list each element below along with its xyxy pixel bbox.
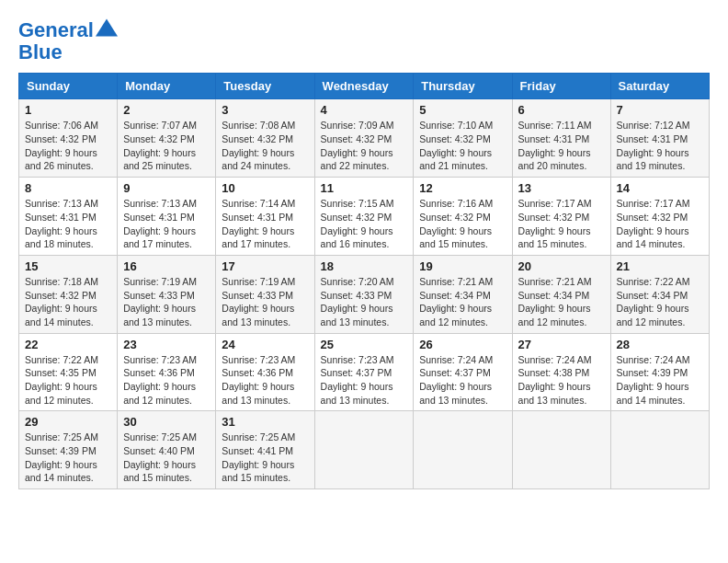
day-info: Sunrise: 7:24 AMSunset: 4:39 PMDaylight:… [617, 353, 703, 408]
week-row-4: 22Sunrise: 7:22 AMSunset: 4:35 PMDayligh… [19, 333, 710, 411]
day-info: Sunrise: 7:25 AMSunset: 4:40 PMDaylight:… [123, 431, 210, 485]
header-day-monday: Monday [118, 74, 216, 99]
day-info: Sunrise: 7:06 AMSunset: 4:32 PMDaylight:… [25, 119, 111, 173]
day-info: Sunrise: 7:25 AMSunset: 4:41 PMDaylight:… [222, 431, 308, 485]
day-number: 28 [617, 338, 703, 351]
calendar-table: SundayMondayTuesdayWednesdayThursdayFrid… [18, 73, 710, 489]
week-row-2: 8Sunrise: 7:13 AMSunset: 4:31 PMDaylight… [19, 178, 710, 256]
day-info: Sunrise: 7:16 AMSunset: 4:32 PMDaylight:… [419, 197, 506, 251]
svg-marker-0 [96, 18, 118, 36]
calendar-cell: 27Sunrise: 7:24 AMSunset: 4:38 PMDayligh… [512, 333, 610, 411]
calendar-cell [512, 411, 610, 489]
day-info: Sunrise: 7:23 AMSunset: 4:36 PMDaylight:… [123, 353, 210, 408]
calendar-cell [610, 411, 709, 489]
day-info: Sunrise: 7:21 AMSunset: 4:34 PMDaylight:… [518, 275, 605, 329]
day-number: 7 [617, 103, 703, 117]
header-day-thursday: Thursday [414, 74, 512, 99]
calendar-cell: 4Sunrise: 7:09 AMSunset: 4:32 PMDaylight… [314, 99, 414, 178]
day-number: 11 [321, 181, 408, 195]
day-number: 21 [617, 259, 703, 273]
day-number: 15 [25, 259, 111, 273]
day-number: 23 [123, 338, 210, 351]
calendar-cell: 23Sunrise: 7:23 AMSunset: 4:36 PMDayligh… [118, 333, 216, 411]
day-info: Sunrise: 7:10 AMSunset: 4:32 PMDaylight:… [419, 119, 506, 173]
day-info: Sunrise: 7:08 AMSunset: 4:32 PMDaylight:… [222, 119, 308, 173]
calendar-cell: 29Sunrise: 7:25 AMSunset: 4:39 PMDayligh… [19, 411, 118, 489]
day-info: Sunrise: 7:25 AMSunset: 4:39 PMDaylight:… [25, 431, 111, 485]
day-number: 17 [222, 259, 308, 273]
logo: GeneralBlue [18, 18, 118, 63]
day-info: Sunrise: 7:20 AMSunset: 4:33 PMDaylight:… [321, 275, 408, 329]
day-info: Sunrise: 7:09 AMSunset: 4:32 PMDaylight:… [321, 119, 408, 173]
calendar-cell: 11Sunrise: 7:15 AMSunset: 4:32 PMDayligh… [314, 178, 414, 256]
day-info: Sunrise: 7:14 AMSunset: 4:31 PMDaylight:… [222, 197, 308, 251]
day-number: 9 [123, 181, 210, 195]
day-info: Sunrise: 7:18 AMSunset: 4:32 PMDaylight:… [25, 275, 111, 329]
calendar-cell: 12Sunrise: 7:16 AMSunset: 4:32 PMDayligh… [414, 178, 512, 256]
day-number: 26 [419, 338, 506, 351]
week-row-5: 29Sunrise: 7:25 AMSunset: 4:39 PMDayligh… [19, 411, 710, 489]
calendar-cell: 24Sunrise: 7:23 AMSunset: 4:36 PMDayligh… [216, 333, 314, 411]
calendar-cell: 26Sunrise: 7:24 AMSunset: 4:37 PMDayligh… [414, 333, 512, 411]
day-info: Sunrise: 7:11 AMSunset: 4:31 PMDaylight:… [518, 119, 605, 173]
day-info: Sunrise: 7:13 AMSunset: 4:31 PMDaylight:… [123, 197, 210, 251]
day-number: 20 [518, 259, 605, 273]
day-info: Sunrise: 7:17 AMSunset: 4:32 PMDaylight:… [617, 197, 703, 251]
header-row: SundayMondayTuesdayWednesdayThursdayFrid… [19, 74, 710, 99]
header-day-tuesday: Tuesday [216, 74, 314, 99]
day-number: 12 [419, 181, 506, 195]
day-number: 1 [25, 103, 111, 117]
day-number: 16 [123, 259, 210, 273]
day-number: 18 [321, 259, 408, 273]
header-day-wednesday: Wednesday [314, 74, 414, 99]
header: GeneralBlue [18, 18, 710, 63]
calendar-cell: 5Sunrise: 7:10 AMSunset: 4:32 PMDaylight… [414, 99, 512, 178]
calendar-cell: 7Sunrise: 7:12 AMSunset: 4:31 PMDaylight… [610, 99, 709, 178]
day-info: Sunrise: 7:24 AMSunset: 4:37 PMDaylight:… [419, 353, 506, 408]
day-info: Sunrise: 7:15 AMSunset: 4:32 PMDaylight:… [321, 197, 408, 251]
day-info: Sunrise: 7:23 AMSunset: 4:36 PMDaylight:… [222, 353, 308, 408]
calendar-cell [414, 411, 512, 489]
day-info: Sunrise: 7:21 AMSunset: 4:34 PMDaylight:… [419, 275, 506, 329]
week-row-3: 15Sunrise: 7:18 AMSunset: 4:32 PMDayligh… [19, 255, 710, 333]
day-number: 25 [321, 338, 408, 351]
day-info: Sunrise: 7:23 AMSunset: 4:37 PMDaylight:… [321, 353, 408, 408]
logo-text: GeneralBlue [18, 18, 118, 63]
calendar-cell: 30Sunrise: 7:25 AMSunset: 4:40 PMDayligh… [118, 411, 216, 489]
week-row-1: 1Sunrise: 7:06 AMSunset: 4:32 PMDaylight… [19, 99, 710, 178]
day-number: 22 [25, 338, 111, 351]
logo-icon [96, 18, 118, 37]
calendar-cell: 17Sunrise: 7:19 AMSunset: 4:33 PMDayligh… [216, 255, 314, 333]
calendar-cell: 14Sunrise: 7:17 AMSunset: 4:32 PMDayligh… [610, 178, 709, 256]
calendar-cell: 9Sunrise: 7:13 AMSunset: 4:31 PMDaylight… [118, 178, 216, 256]
calendar-cell: 13Sunrise: 7:17 AMSunset: 4:32 PMDayligh… [512, 178, 610, 256]
calendar-cell: 6Sunrise: 7:11 AMSunset: 4:31 PMDaylight… [512, 99, 610, 178]
header-day-friday: Friday [512, 74, 610, 99]
header-day-sunday: Sunday [19, 74, 118, 99]
calendar-cell: 19Sunrise: 7:21 AMSunset: 4:34 PMDayligh… [414, 255, 512, 333]
day-number: 4 [321, 103, 408, 117]
day-info: Sunrise: 7:07 AMSunset: 4:32 PMDaylight:… [123, 119, 210, 173]
day-number: 29 [25, 415, 111, 429]
calendar-cell: 21Sunrise: 7:22 AMSunset: 4:34 PMDayligh… [610, 255, 709, 333]
day-number: 27 [518, 338, 605, 351]
calendar-cell: 28Sunrise: 7:24 AMSunset: 4:39 PMDayligh… [610, 333, 709, 411]
day-info: Sunrise: 7:12 AMSunset: 4:31 PMDaylight:… [617, 119, 703, 173]
day-info: Sunrise: 7:13 AMSunset: 4:31 PMDaylight:… [25, 197, 111, 251]
day-number: 19 [419, 259, 506, 273]
day-info: Sunrise: 7:22 AMSunset: 4:35 PMDaylight:… [25, 353, 111, 408]
day-info: Sunrise: 7:24 AMSunset: 4:38 PMDaylight:… [518, 353, 605, 408]
calendar-cell: 20Sunrise: 7:21 AMSunset: 4:34 PMDayligh… [512, 255, 610, 333]
calendar-cell: 25Sunrise: 7:23 AMSunset: 4:37 PMDayligh… [314, 333, 414, 411]
day-number: 31 [222, 415, 308, 429]
calendar-cell: 2Sunrise: 7:07 AMSunset: 4:32 PMDaylight… [118, 99, 216, 178]
day-number: 5 [419, 103, 506, 117]
calendar-cell: 18Sunrise: 7:20 AMSunset: 4:33 PMDayligh… [314, 255, 414, 333]
calendar-cell: 15Sunrise: 7:18 AMSunset: 4:32 PMDayligh… [19, 255, 118, 333]
calendar-cell: 16Sunrise: 7:19 AMSunset: 4:33 PMDayligh… [118, 255, 216, 333]
day-info: Sunrise: 7:17 AMSunset: 4:32 PMDaylight:… [518, 197, 605, 251]
day-number: 13 [518, 181, 605, 195]
day-info: Sunrise: 7:19 AMSunset: 4:33 PMDaylight:… [222, 275, 308, 329]
calendar-cell: 10Sunrise: 7:14 AMSunset: 4:31 PMDayligh… [216, 178, 314, 256]
day-number: 10 [222, 181, 308, 195]
